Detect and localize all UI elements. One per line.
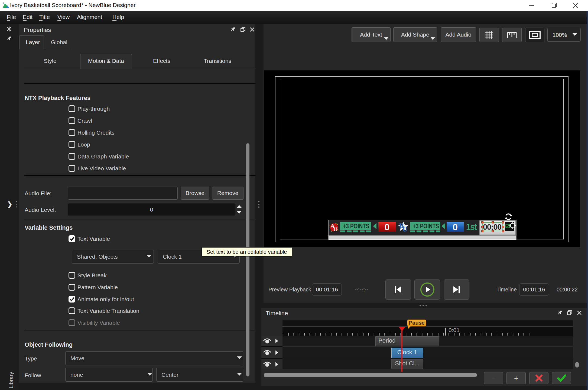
svg-text:U: U — [402, 226, 407, 233]
svg-text:U: U — [333, 226, 337, 232]
